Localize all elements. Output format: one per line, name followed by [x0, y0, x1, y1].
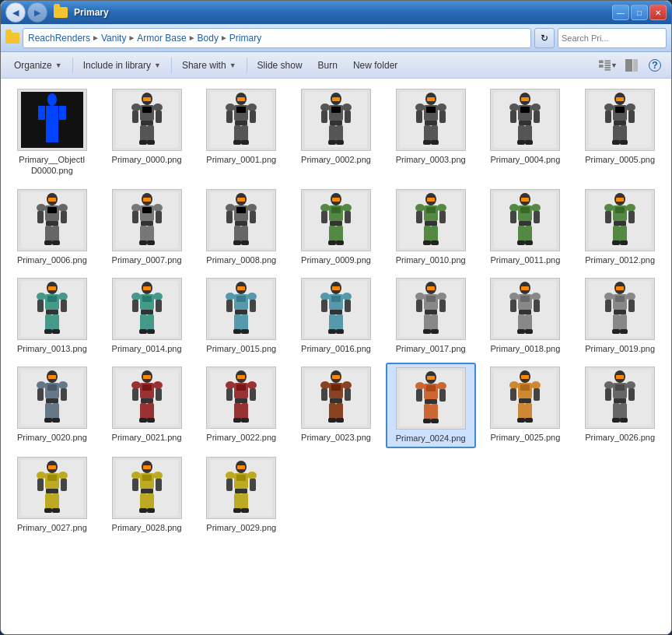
svg-rect-242 [332, 286, 340, 290]
svg-rect-298 [48, 375, 56, 379]
svg-rect-160 [426, 207, 436, 213]
file-name: Primary_0023.png [301, 432, 371, 443]
list-item[interactable]: Primary_0016.png [291, 274, 381, 358]
breadcrumb-armorbase[interactable]: Armor Base [137, 33, 186, 44]
svg-rect-318 [156, 388, 162, 401]
include-library-button[interactable]: Include in library ▼ [76, 55, 168, 75]
list-item[interactable]: Primary_0005.png [575, 85, 665, 181]
list-item[interactable]: Primary_0022.png [196, 363, 286, 448]
list-item[interactable]: Primary_0021.png [102, 363, 192, 448]
list-item[interactable]: Primary_0010.png [386, 185, 476, 269]
newfolder-button[interactable]: New folder [346, 55, 404, 75]
svg-point-385 [604, 381, 614, 389]
svg-rect-272 [520, 296, 530, 302]
back-button[interactable]: ◀ [5, 2, 26, 23]
list-item[interactable]: Primary_0009.png [291, 185, 381, 269]
svg-point-63 [415, 103, 425, 111]
organize-button[interactable]: Organize ▼ [7, 55, 69, 75]
list-item[interactable]: Primary_0012.png [575, 185, 665, 269]
list-item[interactable]: Primary_0006.png [7, 185, 97, 269]
svg-rect-328 [236, 384, 246, 391]
list-item[interactable]: Primary__ObjectID0000.png [7, 85, 97, 181]
svg-rect-206 [61, 300, 67, 312]
list-item[interactable]: Primary_0028.png [102, 453, 192, 537]
slideshow-button[interactable]: Slide show [250, 55, 310, 75]
list-item[interactable]: Primary_0020.png [7, 363, 97, 448]
organize-label: Organize [14, 60, 52, 71]
list-item[interactable]: Primary_0025.png [481, 363, 571, 448]
svg-rect-364 [423, 419, 431, 423]
forward-button[interactable]: ▶ [27, 2, 47, 23]
list-item[interactable]: Primary_0029.png [196, 453, 286, 537]
list-item[interactable]: Primary_0001.png [196, 85, 286, 181]
list-item[interactable]: Primary_0019.png [575, 274, 665, 358]
svg-rect-267 [431, 329, 439, 334]
close-button[interactable]: ✕ [649, 5, 667, 20]
svg-rect-165 [425, 221, 437, 226]
armor-svg [21, 281, 83, 337]
svg-rect-361 [425, 399, 437, 404]
svg-rect-309 [52, 418, 60, 423]
svg-rect-331 [226, 388, 233, 401]
svg-point-134 [247, 204, 257, 212]
svg-rect-112 [44, 240, 52, 245]
search-box[interactable]: 🔍 [558, 28, 667, 48]
svg-rect-379 [525, 418, 533, 423]
list-item[interactable]: Primary_0003.png [386, 85, 476, 181]
file-name: Primary_0026.png [585, 432, 655, 443]
svg-rect-214 [143, 286, 151, 290]
help-button[interactable]: ? [645, 55, 665, 75]
toolbar-right: ▼ ? [598, 55, 665, 75]
list-item[interactable]: Primary_0013.png [7, 274, 97, 358]
armor-svg [494, 92, 556, 148]
breadcrumb-body[interactable]: Body [198, 33, 219, 44]
svg-rect-401 [37, 479, 44, 491]
svg-rect-258 [426, 296, 436, 302]
svg-rect-320 [140, 403, 147, 420]
svg-rect-239 [241, 329, 249, 334]
breadcrumb-sep-4: ► [220, 33, 228, 42]
burn-button[interactable]: Burn [311, 55, 345, 75]
armor-svg [494, 281, 556, 337]
breadcrumb-vanity[interactable]: Vanity [101, 33, 126, 44]
refresh-button[interactable]: ↻ [534, 28, 555, 48]
svg-rect-373 [510, 388, 516, 401]
list-item[interactable]: Primary_0026.png [575, 363, 665, 448]
list-item[interactable]: Primary_0011.png [481, 185, 571, 269]
svg-rect-42 [233, 140, 241, 145]
file-thumbnail [112, 89, 182, 151]
list-item[interactable]: Primary_0015.png [196, 274, 286, 358]
view-dropdown-button[interactable]: ▼ [598, 55, 618, 75]
file-thumbnail [206, 367, 276, 429]
file-name: Primary_0021.png [112, 432, 182, 443]
list-item[interactable]: Primary_0027.png [7, 453, 97, 537]
maximize-button[interactable]: □ [631, 5, 648, 20]
svg-rect-222 [140, 314, 147, 332]
svg-rect-300 [47, 384, 57, 391]
list-item[interactable]: Primary_0008.png [196, 185, 286, 269]
minimize-button[interactable]: — [612, 5, 629, 20]
svg-point-315 [131, 381, 141, 389]
svg-rect-304 [61, 388, 67, 401]
svg-point-162 [437, 204, 446, 212]
list-item[interactable]: Primary_0023.png [291, 363, 381, 448]
breadcrumb-reachrender[interactable]: ReachRenders [28, 33, 90, 44]
breadcrumb-primary[interactable]: Primary [229, 33, 261, 44]
list-item[interactable]: Primary_0000.png [102, 85, 192, 181]
list-item[interactable]: Primary_0014.png [102, 274, 192, 358]
share-button[interactable]: Share with ▼ [175, 55, 243, 75]
list-item[interactable]: Primary_0017.png [386, 274, 476, 358]
search-input[interactable] [562, 33, 669, 43]
svg-rect-225 [147, 329, 155, 334]
list-item[interactable]: Primary_0004.png [481, 85, 571, 181]
svg-rect-326 [237, 375, 245, 379]
preview-pane-button[interactable] [621, 55, 642, 75]
armor-svg [305, 192, 367, 248]
breadcrumb[interactable]: ReachRenders ► Vanity ► Armor Base ► Bod… [23, 28, 531, 48]
list-item[interactable]: Primary_0007.png [102, 185, 192, 269]
list-item[interactable]: Primary_0018.png [481, 274, 571, 358]
armor-svg [589, 370, 651, 426]
list-item[interactable]: Primary_0024.png [386, 363, 476, 448]
svg-point-357 [415, 382, 425, 390]
list-item[interactable]: Primary_0002.png [291, 85, 381, 181]
